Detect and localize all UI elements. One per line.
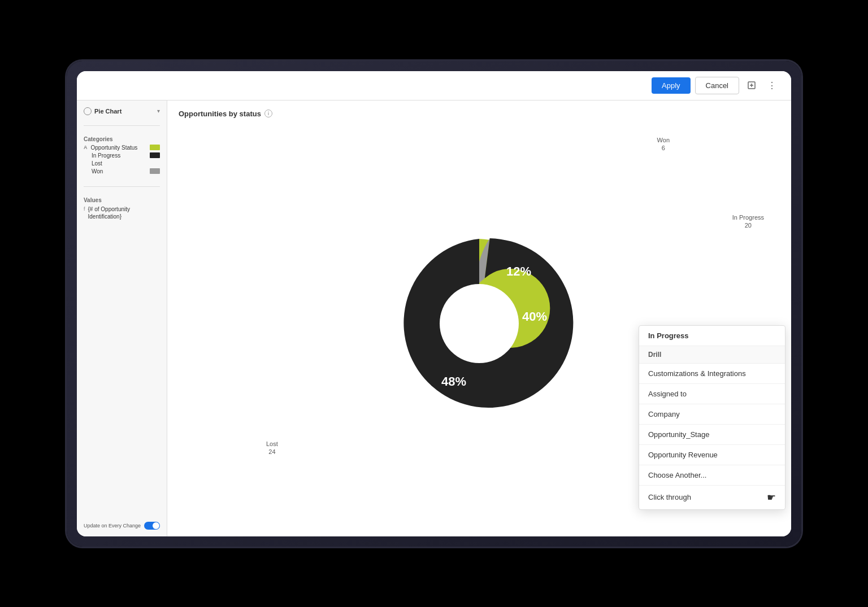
export-icon[interactable] [744,77,760,93]
menu-item-customizations[interactable]: Customizations & Integrations [639,364,785,384]
context-menu: In Progress Drill Customizations & Integ… [639,325,785,510]
value-text: {# of Opportunity Identification} [88,206,160,220]
category-name: Opportunity Status [91,145,147,151]
context-menu-subheader: Drill [639,346,785,364]
main-content: Pie Chart ▾ Categories A Opportunity Sta… [77,101,791,536]
category-type-icon: A [84,145,88,150]
lost-label: Lost [84,160,160,167]
info-icon[interactable]: i [264,110,272,117]
divider-2 [84,186,160,187]
toggle-switch[interactable] [144,522,160,530]
chart-type-label: Pie Chart [84,107,121,115]
cursor-hand-icon: ☛ [767,491,776,504]
won-row: Won [84,168,160,174]
toggle-label: Update on Every Change [84,523,141,529]
screen: Apply Cancel ⋮ Pie Chart [77,71,791,536]
color-swatch-green [150,145,160,150]
chart-title-text: Opportunities by status [179,110,261,118]
values-label: Values [84,197,160,203]
categories-section: Categories A Opportunity Status In Progr… [84,136,160,176]
donut-hole [440,284,519,363]
function-icon: f [84,206,85,212]
donut-chart[interactable]: 40% 12% 48% [366,211,592,436]
color-swatch-gray [150,168,160,174]
label-in-progress: In Progress 20 [732,213,764,230]
lost-row: Lost [84,160,160,167]
donut-container: 40% 12% 48% Won 6 In Progress 20 Lost [179,126,780,521]
chart-area: Opportunities by status i [167,101,791,536]
won-label: Won [84,168,146,174]
divider [84,125,160,126]
chevron-down-icon[interactable]: ▾ [157,108,160,114]
menu-item-click-through[interactable]: Click through ☛ [639,486,785,509]
label-won: Won 6 [657,136,670,152]
more-icon[interactable]: ⋮ [764,77,780,93]
menu-item-opportunity-stage[interactable]: Opportunity_Stage [639,425,785,445]
sidebar: Pie Chart ▾ Categories A Opportunity Sta… [77,101,167,536]
context-menu-header: In Progress [639,326,785,346]
label-lost: Lost 24 [266,440,278,456]
category-row: A Opportunity Status [84,145,160,151]
in-progress-label: In Progress [84,152,146,159]
color-swatch-black [150,152,160,158]
menu-item-company[interactable]: Company [639,404,785,425]
pct-lost: 48% [441,374,466,388]
chart-title: Opportunities by status i [179,110,780,118]
pct-in-progress: 40% [522,309,547,324]
value-row: f {# of Opportunity Identification} [84,206,160,220]
menu-item-assigned-to[interactable]: Assigned to [639,384,785,404]
values-section: Values f {# of Opportunity Identificatio… [84,197,160,222]
in-progress-row: In Progress [84,152,160,159]
apply-button[interactable]: Apply [652,77,691,94]
sidebar-header: Pie Chart ▾ [84,107,160,115]
categories-label: Categories [84,136,160,142]
toolbar: Apply Cancel ⋮ [77,71,791,101]
menu-item-choose-another[interactable]: Choose Another... [639,465,785,486]
toggle-row: Update on Every Change [84,517,160,530]
pct-won: 12% [506,264,531,278]
cancel-button[interactable]: Cancel [695,77,739,94]
pie-chart-icon [84,107,92,115]
monitor: Apply Cancel ⋮ Pie Chart [67,61,801,547]
menu-item-opportunity-revenue[interactable]: Opportunity Revenue [639,445,785,465]
